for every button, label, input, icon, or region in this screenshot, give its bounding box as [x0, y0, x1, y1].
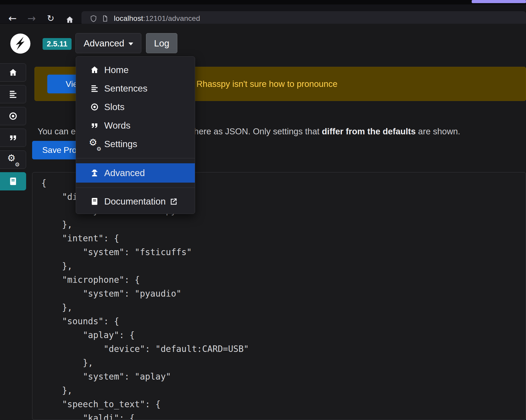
advanced-spy-icon — [89, 169, 100, 177]
sidebar-item-words[interactable] — [0, 129, 26, 147]
browser-titlebar — [0, 0, 526, 4]
sidebar-item-settings[interactable]: ⚙⚙ — [0, 151, 26, 169]
url-host: localhost — [114, 14, 143, 22]
menu-item-label: Settings — [104, 139, 137, 149]
page-info-icon[interactable] — [99, 13, 111, 24]
sentences-icon — [9, 90, 17, 99]
intro-text-bold: differ from the defaults — [322, 127, 416, 136]
nav-dropdown-menu: Home Sentences Slots Words — [76, 56, 195, 214]
nav-dropdown-label: Advanced — [84, 38, 124, 49]
sentences-icon — [89, 84, 100, 93]
menu-item-slots[interactable]: Slots — [76, 98, 195, 116]
chevron-down-icon — [128, 43, 133, 45]
intro-text-end: are shown. — [416, 127, 460, 136]
menu-item-label: Slots — [104, 102, 125, 112]
sidebar-item-advanced[interactable] — [0, 172, 26, 190]
menu-item-label: Documentation — [104, 196, 166, 207]
url-text: localhost:12101/advanced — [114, 14, 200, 23]
settings-icon: ⚙⚙ — [8, 154, 18, 165]
version-badge: 2.5.11 — [43, 38, 72, 50]
words-icon — [89, 122, 100, 129]
sidebar-item-home[interactable] — [0, 63, 26, 82]
menu-item-home[interactable]: Home — [76, 61, 195, 79]
menu-item-documentation[interactable]: Documentation — [76, 193, 195, 210]
sidebar-item-slots[interactable] — [0, 107, 26, 125]
browser-window: ← → ↻ localhost:12101/advanced 2.5. — [0, 0, 526, 420]
menu-item-settings[interactable]: ⚙⚙ Settings — [76, 135, 195, 153]
menu-item-label: Words — [104, 120, 131, 131]
slots-icon — [89, 103, 100, 111]
home-icon — [9, 68, 17, 77]
external-link-icon — [170, 197, 178, 205]
rhasspy-logo — [9, 33, 31, 55]
rhasspy-page: 2.5.11 Advanced Log ⚙⚙ — [0, 24, 526, 420]
settings-icon: ⚙⚙ — [89, 139, 100, 149]
menu-divider — [76, 188, 195, 188]
menu-item-advanced[interactable]: Advanced — [76, 163, 195, 183]
menu-item-words[interactable]: Words — [76, 116, 195, 135]
home-icon — [89, 65, 100, 74]
url-path: :12101/advanced — [143, 14, 200, 22]
pronounce-warning-text: Rhasspy isn't sure how to pronounce — [196, 79, 337, 89]
menu-divider — [76, 158, 195, 158]
book-icon — [9, 177, 17, 186]
sidebar-item-sentences[interactable] — [0, 85, 26, 103]
active-tab-indicator[interactable] — [472, 0, 526, 3]
nav-dropdown-button[interactable]: Advanced — [75, 33, 141, 53]
words-icon — [9, 134, 17, 142]
home-icon — [66, 16, 74, 24]
book-icon — [89, 197, 100, 206]
menu-item-label: Advanced — [104, 168, 145, 178]
menu-item-sentences[interactable]: Sentences — [76, 79, 195, 98]
tracking-protection-shield-icon[interactable] — [88, 13, 99, 24]
slots-icon — [9, 112, 17, 121]
browser-toolbar: ← → ↻ localhost:12101/advanced — [0, 4, 526, 24]
menu-item-label: Sentences — [104, 83, 147, 94]
menu-item-label: Home — [104, 65, 128, 75]
log-button[interactable]: Log — [146, 33, 177, 53]
